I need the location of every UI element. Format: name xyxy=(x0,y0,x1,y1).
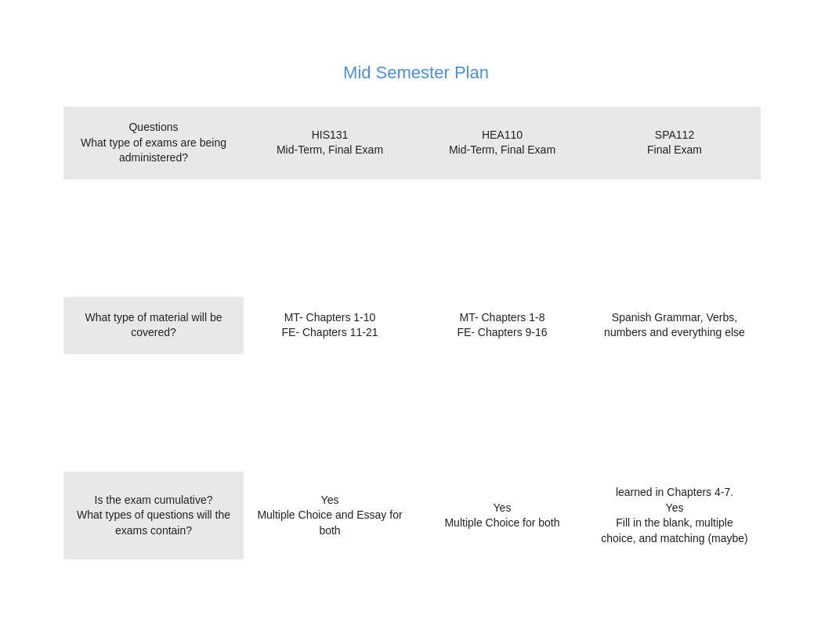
header-row: QuestionsWhat type of exams are being ad… xyxy=(63,107,769,179)
questions-header-cell: QuestionsWhat type of exams are being ad… xyxy=(63,107,244,179)
spa112-header-text: SPA112Final Exam xyxy=(647,128,702,158)
hea110-header-cell: HEA110Mid-Term, Final Exam xyxy=(416,107,588,179)
material-row: What type of material will be covered? M… xyxy=(63,297,769,354)
spacer-1 xyxy=(63,179,769,297)
his131-header-cell: HIS131Mid-Term, Final Exam xyxy=(244,107,416,179)
his131-cumulative-text: YesMultiple Choice and Essay for both xyxy=(255,493,404,539)
hea110-cumulative-cell: YesMultiple Choice for both xyxy=(416,472,588,559)
his131-cumulative-cell: YesMultiple Choice and Essay for both xyxy=(244,472,416,559)
hea110-header-text: HEA110Mid-Term, Final Exam xyxy=(449,128,555,158)
his131-header-text: HIS131Mid-Term, Final Exam xyxy=(277,128,383,158)
cumulative-question-text: Is the exam cumulative?What types of que… xyxy=(75,493,232,539)
cumulative-row: Is the exam cumulative?What types of que… xyxy=(63,472,769,559)
hea110-material-cell: MT- Chapters 1-8FE- Chapters 9-16 xyxy=(416,297,588,354)
spacer-2 xyxy=(63,354,769,472)
his131-material-cell: MT- Chapters 1-10FE- Chapters 11-21 xyxy=(244,297,416,354)
material-question-cell: What type of material will be covered? xyxy=(63,297,244,354)
cumulative-question-cell: Is the exam cumulative?What types of que… xyxy=(63,472,244,559)
material-question-text: What type of material will be covered? xyxy=(75,310,232,341)
hea110-cumulative-text: YesMultiple Choice for both xyxy=(444,501,559,531)
spa112-material-cell: Spanish Grammar, Verbs, numbers and ever… xyxy=(588,297,761,354)
spa112-cumulative-cell: learned in Chapters 4-7.YesFill in the b… xyxy=(588,472,761,559)
his131-material-text: MT- Chapters 1-10FE- Chapters 11-21 xyxy=(282,310,378,341)
spa112-header-cell: SPA112Final Exam xyxy=(588,107,761,179)
spa112-cumulative-text: learned in Chapters 4-7.YesFill in the b… xyxy=(600,485,749,546)
page-title: Mid Semester Plan xyxy=(0,0,832,107)
main-table: QuestionsWhat type of exams are being ad… xyxy=(63,107,769,559)
questions-header-text: QuestionsWhat type of exams are being ad… xyxy=(75,120,232,166)
spa112-material-text: Spanish Grammar, Verbs, numbers and ever… xyxy=(600,310,749,341)
hea110-material-text: MT- Chapters 1-8FE- Chapters 9-16 xyxy=(457,310,547,341)
